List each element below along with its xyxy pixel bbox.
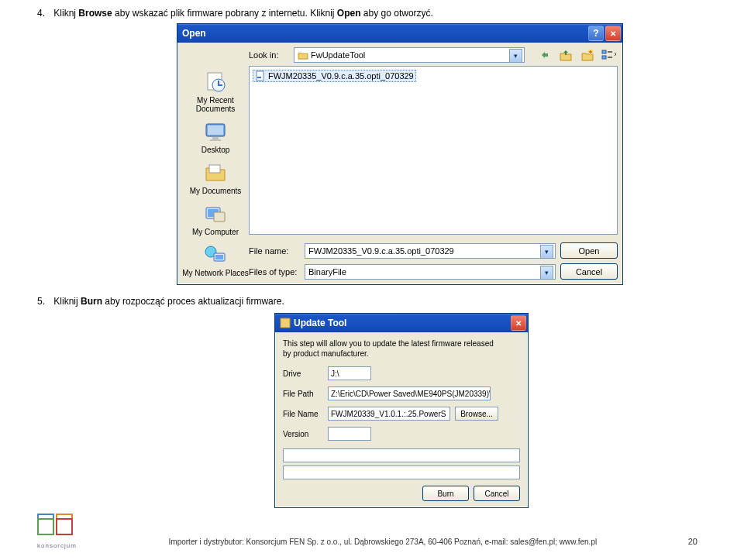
my-documents-icon <box>203 160 228 185</box>
filename-field[interactable]: FWJM20339_V1.0.1.:.25.PowerS <box>328 407 450 421</box>
my-computer-icon <box>203 201 228 226</box>
svg-rect-15 <box>602 56 606 59</box>
update-tool-dialog: Update Tool This step will allow you to … <box>274 313 529 508</box>
lookin-combo[interactable]: FwUpdateTool <box>294 47 525 63</box>
update-tool-title: Update Tool <box>294 318 346 328</box>
page-number: 20 <box>688 537 698 549</box>
folder-icon <box>298 50 308 60</box>
cancel-button[interactable]: Cancel <box>474 486 520 501</box>
version-label: Version <box>283 430 323 438</box>
place-network-places[interactable]: My Network Places <box>182 240 249 280</box>
browse-button[interactable]: Browse... <box>455 407 498 421</box>
place-recent-documents[interactable]: My Recent Documents <box>182 67 249 115</box>
version-field[interactable] <box>328 427 371 441</box>
update-tool-titlebar: Update Tool <box>275 314 528 332</box>
nav-up-icon[interactable] <box>557 47 574 63</box>
svg-rect-16 <box>257 71 264 81</box>
svg-rect-3 <box>208 125 223 135</box>
filename-label: File name: <box>249 246 300 256</box>
app-icon <box>280 318 291 328</box>
nav-view-icon[interactable] <box>601 47 618 63</box>
filename-combo[interactable]: FWJM20335_V0.9.c.a.35.opti_070329 <box>305 243 556 259</box>
nav-new-folder-icon[interactable] <box>579 47 596 63</box>
instruction-step-5: 5. Kliknij Burn aby rozpocząć proces akt… <box>37 296 698 307</box>
step5-number: 5. <box>37 296 51 307</box>
step4-number: 4. <box>37 8 51 19</box>
open-button[interactable]: Open <box>560 242 618 259</box>
open-dialog: Open My Recent Documents Desktop <box>177 23 623 285</box>
update-tool-description: This step will allow you to update the l… <box>283 338 520 359</box>
close-button[interactable] <box>511 315 526 331</box>
svg-rect-6 <box>209 165 220 173</box>
filetype-label: Files of type: <box>249 267 300 277</box>
svg-rect-12 <box>215 255 223 259</box>
file-list[interactable]: FWJM20335_V0.9.c.a.35.opti_070329 <box>249 66 618 235</box>
svg-rect-14 <box>602 50 606 53</box>
svg-rect-4 <box>212 137 219 139</box>
lookin-label: Look in: <box>249 50 289 60</box>
help-button[interactable] <box>588 26 604 41</box>
place-desktop[interactable]: Desktop <box>182 117 249 156</box>
cancel-button[interactable]: Cancel <box>560 263 618 280</box>
svg-rect-17 <box>257 77 261 78</box>
svg-rect-18 <box>281 318 290 328</box>
place-my-computer[interactable]: My Computer <box>182 199 249 239</box>
desktop-icon <box>203 119 228 144</box>
places-bar: My Recent Documents Desktop My Documents… <box>182 47 249 280</box>
drive-label: Drive <box>283 369 323 378</box>
nav-back-icon[interactable] <box>536 47 553 63</box>
svg-rect-9 <box>214 212 225 222</box>
burn-button[interactable]: Burn <box>422 486 469 501</box>
drive-field[interactable]: J:\ <box>328 366 371 380</box>
filename-label: File Name <box>283 410 323 418</box>
open-dialog-title: Open <box>182 28 206 39</box>
filepath-label: File Path <box>283 390 323 398</box>
instruction-step-4: 4. Kliknj Browse aby wskazać plik firmwa… <box>37 8 698 19</box>
filetype-combo[interactable]: BinaryFile <box>305 264 556 280</box>
progress-bar-1 <box>283 448 520 462</box>
page-footer: konsorcjum Importer i dystrybutor: Konso… <box>0 514 744 549</box>
svg-rect-5 <box>210 139 221 141</box>
recent-documents-icon <box>203 70 228 94</box>
network-places-icon <box>203 242 228 267</box>
open-dialog-titlebar: Open <box>177 24 622 43</box>
place-my-documents[interactable]: My Documents <box>182 158 249 198</box>
footer-text: Importer i dystrybutor: Konsorcjum FEN S… <box>78 538 688 549</box>
close-button[interactable] <box>605 26 621 41</box>
file-item[interactable]: FWJM20335_V0.9.c.a.35.opti_070329 <box>253 70 416 82</box>
file-icon <box>255 70 266 81</box>
fen-logo: konsorcjum <box>37 514 73 549</box>
progress-bar-2 <box>283 466 520 479</box>
filepath-field[interactable]: Z:\Eric\CD\Power Saved\ME940PS(JM20339)\… <box>328 387 491 400</box>
